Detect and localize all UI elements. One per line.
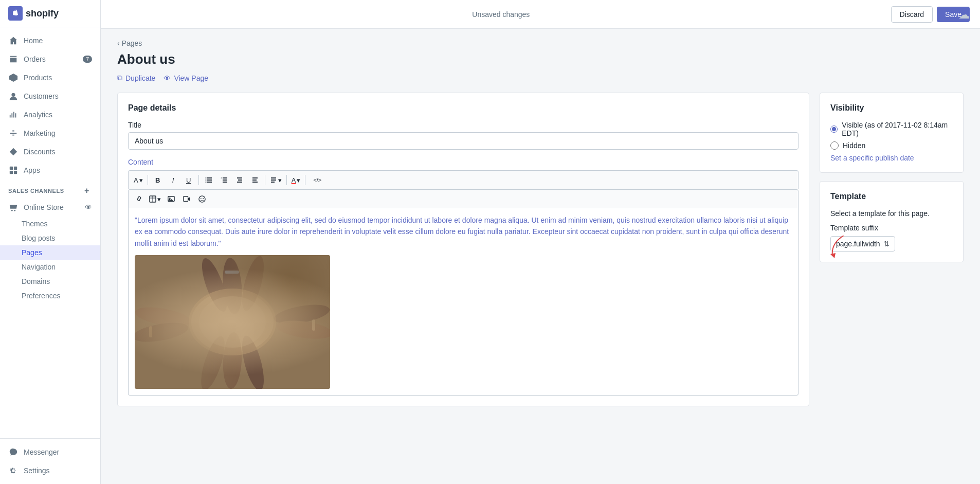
editor-image <box>135 255 330 389</box>
content-field-label: Content <box>128 158 798 166</box>
page-details-card: Page details Title Content A ▾ <box>117 93 809 406</box>
svg-rect-51 <box>149 326 152 337</box>
editor-content[interactable]: "Lorem ipsum dolor sit amet, consectetur… <box>128 208 798 396</box>
emoji-button[interactable] <box>195 192 209 206</box>
breadcrumb[interactable]: ‹ Pages <box>117 39 964 47</box>
outdent-button[interactable] <box>232 173 247 187</box>
svg-rect-23 <box>271 177 276 178</box>
svg-rect-20 <box>252 177 258 178</box>
add-sales-channel-button[interactable]: + <box>82 186 92 196</box>
svg-rect-17 <box>237 177 242 178</box>
navigation-label: Navigation <box>22 263 56 271</box>
breadcrumb-arrow-icon: ‹ <box>117 39 120 47</box>
shopify-logo-icon <box>8 6 23 21</box>
color-dropdown[interactable]: A ▾ <box>289 175 303 185</box>
sales-channels-label: SALES CHANNELS <box>8 188 64 194</box>
italic-button[interactable]: I <box>166 173 180 187</box>
svg-point-37 <box>221 257 244 315</box>
title-input[interactable] <box>128 132 798 150</box>
settings-icon <box>8 465 19 476</box>
blog-posts-label: Blog posts <box>22 234 55 242</box>
video-button[interactable] <box>179 192 194 206</box>
sidebar-item-marketing[interactable]: Marketing <box>0 124 100 142</box>
view-page-button[interactable]: 👁 View Page <box>164 74 208 82</box>
duplicate-button[interactable]: ⧉ Duplicate <box>117 74 155 82</box>
visible-label: Visible (as of 2017-11-02 8:14am EDT) <box>842 121 953 137</box>
indent-button[interactable] <box>248 173 262 187</box>
cloud-icon: ☁ <box>958 8 970 22</box>
hidden-option: Hidden <box>830 141 953 150</box>
duplicate-label: Duplicate <box>125 74 155 82</box>
font-style-dropdown[interactable]: A ▾ <box>132 175 145 185</box>
apps-icon <box>8 165 19 175</box>
editor-toolbar-row2: ▾ <box>128 189 798 208</box>
sidebar-item-online-store-label: Online Store <box>24 203 64 211</box>
hidden-radio[interactable] <box>830 141 839 150</box>
main-panel: Page details Title Content A ▾ <box>117 93 809 415</box>
sidebar-item-apps-label: Apps <box>24 166 40 174</box>
sidebar-item-analytics[interactable]: Analytics <box>0 105 100 124</box>
underline-button[interactable]: U <box>182 173 196 187</box>
sidebar-item-home-label: Home <box>24 37 43 45</box>
sidebar-sub-item-domains[interactable]: Domains <box>0 274 100 289</box>
sidebar-sub-item-navigation[interactable]: Navigation <box>0 260 100 274</box>
code-view-button[interactable]: </> <box>308 173 326 187</box>
page-details-title: Page details <box>128 103 798 113</box>
align-dropdown[interactable]: ▾ <box>268 175 284 185</box>
sidebar-sub-item-themes[interactable]: Themes <box>0 217 100 231</box>
editor-image-container <box>135 255 792 389</box>
topbar-actions: Discard Save <box>891 6 970 23</box>
svg-point-6 <box>14 210 15 211</box>
svg-point-45 <box>273 301 330 328</box>
image-button[interactable] <box>164 192 178 206</box>
svg-rect-50 <box>312 319 315 331</box>
sidebar-sub-item-pages[interactable]: Pages <box>0 245 100 260</box>
svg-point-43 <box>135 304 192 330</box>
svg-point-48 <box>199 296 266 348</box>
sidebar-item-orders[interactable]: Orders 7 <box>0 50 100 68</box>
marketing-icon <box>8 128 19 138</box>
sidebar-item-marketing-label: Marketing <box>24 129 55 137</box>
bold-button[interactable]: B <box>151 173 165 187</box>
sidebar-sub-item-blog-posts[interactable]: Blog posts <box>0 231 100 245</box>
sidebar-item-customers[interactable]: Customers <box>0 87 100 105</box>
publish-date-link[interactable]: Set a specific publish date <box>830 154 953 162</box>
visible-radio[interactable] <box>830 125 838 133</box>
sidebar-item-online-store[interactable]: Online Store 👁 <box>0 198 100 217</box>
domains-label: Domains <box>22 277 50 285</box>
ordered-list-button[interactable]: 1 <box>217 173 231 187</box>
template-suffix-label: Template suffix <box>830 224 953 232</box>
toolbar-divider-3 <box>265 175 265 185</box>
table-dropdown-arrow: ▾ <box>157 195 161 203</box>
svg-rect-3 <box>10 171 13 174</box>
hands-image-svg <box>135 255 330 389</box>
analytics-icon <box>8 110 19 120</box>
online-store-visibility-icon[interactable]: 👁 <box>85 203 92 211</box>
shopify-logo-link[interactable]: shopify <box>8 6 59 21</box>
sidebar-footer: Messenger Settings <box>0 438 100 484</box>
online-store-icon <box>8 202 19 212</box>
svg-point-39 <box>197 256 232 314</box>
sidebar-item-products[interactable]: Products <box>0 68 100 87</box>
main-content: Unsaved changes Discard Save ☁ ‹ Pages A… <box>101 0 980 484</box>
sidebar-item-apps[interactable]: Apps <box>0 161 100 180</box>
pages-label: Pages <box>22 248 42 257</box>
svg-rect-7 <box>207 177 212 178</box>
svg-point-10 <box>205 177 206 178</box>
sidebar-sub-item-preferences[interactable]: Preferences <box>0 289 100 303</box>
table-dropdown[interactable]: ▾ <box>147 194 163 204</box>
link-button[interactable] <box>132 192 146 206</box>
sidebar-item-discounts[interactable]: Discounts <box>0 142 100 161</box>
svg-rect-4 <box>14 171 17 174</box>
unordered-list-button[interactable] <box>202 173 216 187</box>
sidebar-item-settings[interactable]: Settings <box>0 461 100 480</box>
sidebar-item-home[interactable]: Home <box>0 31 100 50</box>
svg-point-11 <box>205 180 206 181</box>
sidebar-item-settings-label: Settings <box>24 467 50 475</box>
discard-button[interactable]: Discard <box>891 6 933 23</box>
svg-point-30 <box>169 198 171 199</box>
visibility-card-title: Visibility <box>830 103 953 113</box>
svg-rect-24 <box>271 180 276 181</box>
sidebar-item-messenger[interactable]: Messenger <box>0 443 100 461</box>
customers-icon <box>8 91 19 101</box>
